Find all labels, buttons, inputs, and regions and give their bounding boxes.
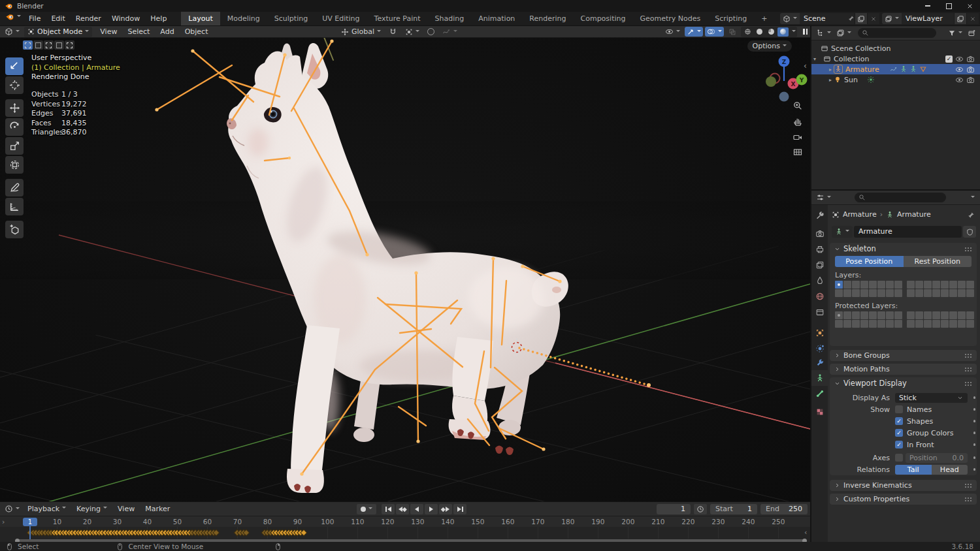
layer-cell[interactable] (966, 320, 974, 328)
jump-to-end-button[interactable] (453, 504, 466, 514)
shading-wireframe-button[interactable] (742, 27, 753, 37)
layer-cell[interactable] (958, 289, 966, 297)
new-view-layer-button[interactable] (954, 13, 966, 24)
fake-user-shield-button[interactable] (963, 226, 976, 238)
shapes-checkbox[interactable] (895, 417, 903, 425)
menu-file[interactable]: File (24, 12, 46, 25)
timeline-menu-marker[interactable]: Marker (140, 502, 175, 516)
layer-cell[interactable] (966, 289, 974, 297)
frame-end-field[interactable]: End 250 (760, 504, 808, 514)
layer-cell[interactable] (852, 311, 860, 319)
camera-view-button[interactable] (791, 131, 804, 144)
layer-cell[interactable] (941, 281, 949, 289)
tab-render[interactable] (811, 226, 828, 242)
workspace-tab-rendering[interactable]: Rendering (522, 12, 573, 25)
panel-grip[interactable] (964, 497, 973, 501)
bone-groups-panel[interactable]: Bone Groups (830, 350, 977, 361)
layer-cell[interactable] (907, 281, 915, 289)
workspace-tab-scripting[interactable]: Scripting (708, 12, 754, 25)
layer-cell[interactable] (949, 311, 957, 319)
auto-keying-button[interactable] (357, 504, 376, 514)
hide-eye-icon[interactable] (955, 76, 964, 84)
layer-cell[interactable] (932, 289, 940, 297)
timeline-ruler[interactable]: 1020304050607080901001101201301401501601… (0, 516, 810, 527)
layer-cell[interactable] (907, 311, 915, 319)
workspace-tab-compositing[interactable]: Compositing (574, 12, 633, 25)
armature-expand-arrow[interactable]: ▸ (827, 67, 834, 72)
outliner-row-armature[interactable]: ▸ Armature (811, 64, 980, 74)
layer-cell[interactable] (877, 311, 885, 319)
jump-to-start-button[interactable] (382, 504, 395, 514)
tab-object[interactable] (811, 325, 828, 341)
tab-object-data[interactable] (811, 370, 828, 386)
layer-cell[interactable] (869, 281, 877, 289)
tool-measure[interactable] (5, 198, 24, 215)
delete-scene-button[interactable] (867, 13, 879, 24)
panel-grip[interactable] (964, 367, 973, 371)
sun-label[interactable]: Sun (844, 76, 858, 84)
layer-cell[interactable] (843, 281, 851, 289)
menu-window[interactable]: Window (106, 12, 145, 25)
data-name-field[interactable]: Armature (854, 226, 962, 238)
layer-cell[interactable] (894, 281, 902, 289)
editor-type-button[interactable] (2, 27, 22, 37)
keyframe-channel[interactable] (0, 527, 810, 539)
axes-checkbox[interactable] (895, 454, 903, 462)
panel-grip[interactable] (964, 353, 973, 358)
scene-collection-label[interactable]: Scene Collection (831, 44, 890, 53)
ruler-expand-arrow[interactable]: › (2, 518, 5, 526)
layer-cell[interactable] (941, 311, 949, 319)
viewport-menu-view[interactable]: View (95, 27, 122, 36)
layer-cell[interactable] (932, 320, 940, 328)
names-checkbox[interactable] (895, 405, 903, 413)
shading-solid-button[interactable] (754, 27, 765, 37)
timeline-menu-view[interactable]: View (112, 502, 140, 516)
layer-cell[interactable] (966, 281, 974, 289)
outliner-row-collection[interactable]: ▾ Collection ✓ (811, 54, 980, 64)
outliner-display-mode-button[interactable] (834, 28, 854, 39)
navigation-gizmo[interactable]: Z X Y (759, 55, 809, 104)
workspace-tab-uv-editing[interactable]: UV Editing (315, 12, 367, 25)
layer-cell[interactable] (958, 320, 966, 328)
layer-cell[interactable] (924, 281, 932, 289)
layer-cell[interactable] (852, 320, 860, 328)
tool-scale[interactable] (5, 137, 24, 155)
add-workspace-button[interactable]: + (754, 12, 774, 25)
skeleton-panel-header[interactable]: Skeleton (830, 243, 977, 255)
layer-cell[interactable] (869, 311, 877, 319)
shading-rendered-button[interactable] (777, 27, 789, 37)
disable-render-camera-icon[interactable] (966, 55, 975, 63)
layer-cell[interactable] (835, 281, 843, 289)
outliner-row-scene-collection[interactable]: Scene Collection (811, 43, 980, 54)
pose-position-button[interactable]: Pose Position (835, 256, 904, 267)
layer-cell[interactable] (835, 311, 843, 319)
show-object-types-dropdown[interactable] (662, 27, 683, 37)
orthographic-toggle-button[interactable] (791, 146, 804, 159)
layer-cell[interactable] (907, 289, 915, 297)
mode-dropdown[interactable]: Object Mode (24, 27, 92, 37)
pause-render-button[interactable] (803, 29, 808, 35)
layer-cell[interactable] (869, 289, 877, 297)
tab-constraints[interactable] (811, 355, 828, 371)
options-dropdown[interactable]: Options (747, 40, 792, 52)
breadcrumb-object[interactable]: Armature (843, 210, 877, 219)
layer-cell[interactable] (877, 320, 885, 328)
workspace-tab-shading[interactable]: Shading (428, 12, 472, 25)
play-reverse-button[interactable] (410, 504, 423, 514)
inverse-kinematics-panel[interactable]: Inverse Kinematics (830, 480, 977, 491)
timeline-menu-playback[interactable]: Playback (22, 502, 71, 516)
shading-material-button[interactable] (766, 27, 777, 37)
snap-target-dropdown[interactable] (402, 27, 422, 37)
workspace-tab-layout[interactable]: Layout (181, 12, 220, 25)
zoom-view-button[interactable] (791, 99, 804, 112)
rest-position-button[interactable]: Rest Position (904, 256, 972, 267)
sidebar-toggle-arrow[interactable]: ‹ (804, 61, 807, 71)
layer-cell[interactable] (915, 320, 923, 328)
group-colors-checkbox[interactable] (895, 429, 903, 437)
show-overlays-toggle[interactable] (705, 27, 724, 37)
workspace-tab-sculpting[interactable]: Sculpting (267, 12, 315, 25)
breadcrumb-data[interactable]: Armature (897, 210, 931, 219)
select-mode-subtract[interactable] (44, 40, 54, 50)
outliner-editor-type-button[interactable] (813, 28, 834, 39)
layer-cell[interactable] (886, 289, 894, 297)
